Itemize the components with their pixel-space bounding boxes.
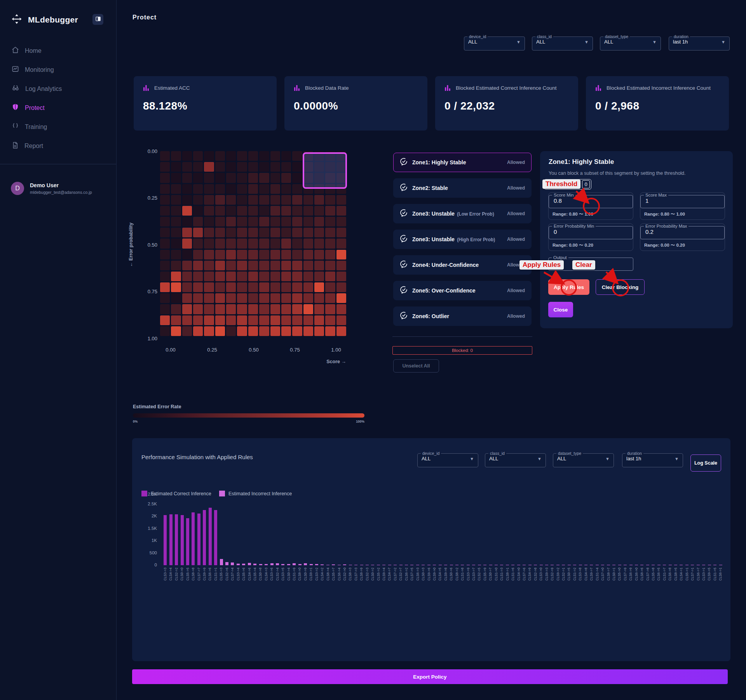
heatmap-cell[interactable] <box>215 195 225 205</box>
heatmap-cell[interactable] <box>325 272 335 281</box>
heatmap-cell[interactable] <box>182 206 192 216</box>
heatmap-cell[interactable] <box>182 293 192 303</box>
heatmap-cell[interactable] <box>237 239 247 248</box>
heatmap-cell[interactable] <box>215 315 225 325</box>
heatmap-cell[interactable] <box>171 239 181 248</box>
heatmap-cell[interactable] <box>171 173 181 183</box>
heatmap-cell[interactable] <box>281 151 291 161</box>
close-button[interactable]: Close <box>548 302 573 317</box>
chart-bar[interactable] <box>622 495 628 565</box>
heatmap-cell[interactable] <box>182 272 192 281</box>
heatmap-cell[interactable] <box>292 239 302 248</box>
log-scale-button[interactable]: Log Scale <box>690 454 721 472</box>
chart-bar[interactable] <box>544 495 549 565</box>
heatmap-cell[interactable] <box>259 195 269 205</box>
chart-bar[interactable] <box>415 495 420 565</box>
heatmap-cell[interactable] <box>303 304 313 314</box>
heatmap-cell[interactable] <box>248 184 258 194</box>
heatmap-cell[interactable] <box>226 206 236 216</box>
heatmap-cell[interactable] <box>270 195 280 205</box>
heatmap-cell[interactable] <box>226 261 236 270</box>
heatmap-cell[interactable] <box>226 250 236 259</box>
chart-bar[interactable] <box>460 495 465 565</box>
chart-bar[interactable] <box>684 495 690 565</box>
heatmap-cell[interactable] <box>314 326 324 336</box>
heatmap-cell[interactable] <box>270 272 280 281</box>
heatmap-cell[interactable] <box>171 250 181 259</box>
heatmap-cell[interactable] <box>237 173 247 183</box>
heatmap-cell[interactable] <box>281 293 291 303</box>
heatmap-cell[interactable] <box>292 326 302 336</box>
heatmap-cell[interactable] <box>204 151 214 161</box>
heatmap-cell[interactable] <box>303 239 313 248</box>
heatmap-cell[interactable] <box>204 304 214 314</box>
heatmap-cell[interactable] <box>182 315 192 325</box>
chart-bar[interactable] <box>667 495 673 565</box>
heatmap-cell[interactable] <box>248 173 258 183</box>
heatmap-cell[interactable] <box>182 195 192 205</box>
chart-bar[interactable] <box>499 495 504 565</box>
heatmap-cell[interactable] <box>303 282 313 292</box>
heatmap-cell[interactable] <box>237 315 247 325</box>
chart-bar[interactable] <box>493 495 499 565</box>
heatmap-cell[interactable] <box>215 250 225 259</box>
heatmap-cell[interactable] <box>336 304 346 314</box>
heatmap-cell[interactable] <box>226 217 236 226</box>
zone-row-7[interactable]: Zone6: OutlierAllowed <box>393 306 532 326</box>
heatmap-cell[interactable] <box>182 326 192 336</box>
heatmap-cell[interactable] <box>226 228 236 237</box>
heatmap-cell[interactable] <box>259 315 269 325</box>
heatmap-cell[interactable] <box>193 282 203 292</box>
heatmap-cell[interactable] <box>226 151 236 161</box>
heatmap-cell[interactable] <box>160 228 170 237</box>
heatmap-cell[interactable] <box>193 315 203 325</box>
heatmap-cell[interactable] <box>281 228 291 237</box>
heatmap-cell[interactable] <box>314 282 324 292</box>
heatmap-cell[interactable] <box>237 326 247 336</box>
chart-bar[interactable] <box>263 495 269 565</box>
heatmap-cell[interactable] <box>314 315 324 325</box>
chart-bar[interactable] <box>510 495 516 565</box>
chart-bar[interactable] <box>465 495 471 565</box>
chart-bar[interactable] <box>230 495 235 565</box>
heatmap-cell[interactable] <box>281 304 291 314</box>
heatmap-cell[interactable] <box>193 151 203 161</box>
chart-bar[interactable] <box>634 495 639 565</box>
heatmap-cell[interactable] <box>292 195 302 205</box>
chart-bar[interactable] <box>538 495 544 565</box>
heatmap-cell[interactable] <box>193 326 203 336</box>
chart-bar[interactable] <box>701 495 706 565</box>
heatmap-cell[interactable] <box>259 173 269 183</box>
chart-bar[interactable] <box>656 495 662 565</box>
heatmap-cell[interactable] <box>204 217 214 226</box>
heatmap-cell[interactable] <box>248 293 258 303</box>
heatmap-cell[interactable] <box>270 250 280 259</box>
heatmap-cell[interactable] <box>171 326 181 336</box>
heatmap-cell[interactable] <box>336 326 346 336</box>
heatmap-cell[interactable] <box>160 184 170 194</box>
heatmap-cell[interactable] <box>281 162 291 172</box>
heatmap-cell[interactable] <box>325 261 335 270</box>
zone-row-1[interactable]: Zone1: Highly StableAllowed <box>393 153 532 172</box>
heatmap-cell[interactable] <box>281 282 291 292</box>
heatmap-cell[interactable] <box>270 282 280 292</box>
chart-bar[interactable] <box>527 495 532 565</box>
heatmap-cell[interactable] <box>226 195 236 205</box>
heatmap-cell[interactable] <box>160 173 170 183</box>
heatmap-cell[interactable] <box>270 151 280 161</box>
chart-bar[interactable] <box>420 495 426 565</box>
heatmap-cell[interactable] <box>259 151 269 161</box>
heatmap-cell[interactable] <box>259 282 269 292</box>
heatmap-cell[interactable] <box>226 326 236 336</box>
heatmap-cell[interactable] <box>215 162 225 172</box>
heatmap-cell[interactable] <box>193 250 203 259</box>
heatmap-cell[interactable] <box>325 250 335 259</box>
chart-bar[interactable] <box>706 495 712 565</box>
heatmap-cell[interactable] <box>281 261 291 270</box>
heatmap-cell[interactable] <box>259 239 269 248</box>
heatmap-cell[interactable] <box>237 206 247 216</box>
heatmap-cell[interactable] <box>215 151 225 161</box>
heatmap-cell[interactable] <box>248 250 258 259</box>
chart-bar[interactable] <box>718 495 723 565</box>
chart-bar[interactable] <box>213 495 218 565</box>
